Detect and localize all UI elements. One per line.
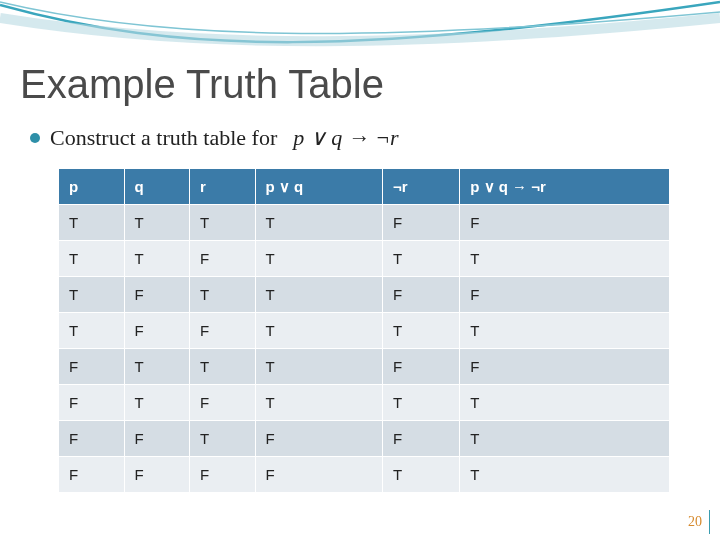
decorative-swoosh xyxy=(0,0,720,70)
bullet-text: Construct a truth table for xyxy=(50,125,277,151)
bullet-item: Construct a truth table for p ∨ q → ¬r xyxy=(30,125,399,151)
bullet-dot-icon xyxy=(30,133,40,143)
cell: T xyxy=(255,313,382,349)
cell: F xyxy=(382,205,459,241)
bullet-formula: p ∨ q → ¬r xyxy=(293,125,398,151)
col-header: ¬r xyxy=(382,169,459,205)
slide-title: Example Truth Table xyxy=(20,62,384,107)
table-row: T F F T T T xyxy=(59,313,670,349)
col-header: r xyxy=(190,169,256,205)
cell: F xyxy=(190,457,256,493)
cell: T xyxy=(255,241,382,277)
cell: T xyxy=(190,205,256,241)
cell: T xyxy=(382,241,459,277)
cell: F xyxy=(59,421,125,457)
cell: F xyxy=(59,457,125,493)
col-header: p xyxy=(59,169,125,205)
cell: F xyxy=(460,205,670,241)
cell: T xyxy=(124,385,190,421)
cell: F xyxy=(382,421,459,457)
col-header: p ∨ q → ¬r xyxy=(460,169,670,205)
cell: T xyxy=(460,313,670,349)
cell: F xyxy=(59,349,125,385)
col-header: p ∨ q xyxy=(255,169,382,205)
cell: T xyxy=(124,349,190,385)
cell: T xyxy=(460,457,670,493)
table-body: T T T T F F T T F T T T T F T T F F xyxy=(59,205,670,493)
cell: T xyxy=(382,457,459,493)
cell: T xyxy=(59,277,125,313)
cell: F xyxy=(460,277,670,313)
cell: T xyxy=(255,385,382,421)
cell: T xyxy=(255,277,382,313)
table-row: F F T F F T xyxy=(59,421,670,457)
cell: F xyxy=(124,313,190,349)
cell: F xyxy=(255,421,382,457)
cell: T xyxy=(59,313,125,349)
cell: T xyxy=(460,241,670,277)
cell: F xyxy=(124,277,190,313)
cell: T xyxy=(190,349,256,385)
table-row: T T F T T T xyxy=(59,241,670,277)
cell: F xyxy=(382,277,459,313)
table-row: F F F F T T xyxy=(59,457,670,493)
cell: T xyxy=(382,313,459,349)
table-row: F T F T T T xyxy=(59,385,670,421)
cell: F xyxy=(124,457,190,493)
cell: T xyxy=(59,241,125,277)
cell: T xyxy=(124,241,190,277)
cell: F xyxy=(255,457,382,493)
cell: T xyxy=(255,349,382,385)
table-row: T F T T F F xyxy=(59,277,670,313)
cell: F xyxy=(190,385,256,421)
table-header: p q r p ∨ q ¬r p ∨ q → ¬r xyxy=(59,169,670,205)
col-header: q xyxy=(124,169,190,205)
cell: T xyxy=(460,421,670,457)
cell: T xyxy=(190,277,256,313)
table-row: F T T T F F xyxy=(59,349,670,385)
cell: T xyxy=(59,205,125,241)
cell: T xyxy=(190,421,256,457)
cell: T xyxy=(382,385,459,421)
cell: F xyxy=(382,349,459,385)
cell: F xyxy=(190,313,256,349)
cell: F xyxy=(190,241,256,277)
cell: F xyxy=(124,421,190,457)
cell: T xyxy=(460,385,670,421)
cell: F xyxy=(59,385,125,421)
cell: T xyxy=(255,205,382,241)
cell: T xyxy=(124,205,190,241)
slide: Example Truth Table Construct a truth ta… xyxy=(0,0,720,540)
page-number: 20 xyxy=(688,514,702,530)
cell: F xyxy=(460,349,670,385)
footer-divider xyxy=(709,510,710,534)
truth-table: p q r p ∨ q ¬r p ∨ q → ¬r T T T T F F T … xyxy=(58,168,670,493)
table-row: T T T T F F xyxy=(59,205,670,241)
